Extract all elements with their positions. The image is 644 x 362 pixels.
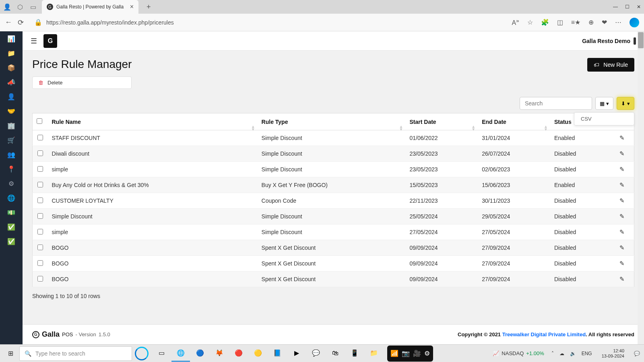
start-button[interactable]: ⊞	[2, 346, 19, 362]
app-icon[interactable]: 📱	[345, 346, 364, 362]
favorite-icon[interactable]: ☆	[527, 19, 533, 26]
row-checkbox[interactable]	[37, 197, 43, 203]
close-window-button[interactable]: ✕	[637, 4, 641, 10]
row-checkbox[interactable]	[37, 229, 43, 234]
edit-icon[interactable]: ✎	[619, 260, 625, 267]
row-checkbox[interactable]	[37, 166, 43, 172]
extensions-icon[interactable]: 🧩	[541, 19, 549, 26]
sidebar-building-icon[interactable]: 🏢	[0, 118, 23, 133]
sidebar-megaphone-icon[interactable]: 📣	[0, 75, 23, 89]
split-screen-icon[interactable]: ◫	[557, 19, 563, 26]
cell-start: 25/05/2024	[406, 209, 478, 224]
company-link[interactable]: Treewalker Digital Private Limited	[502, 331, 586, 337]
edit-icon[interactable]: ✎	[619, 166, 625, 173]
sidebar-box-icon[interactable]: 📦	[0, 60, 23, 75]
scrollbar[interactable]	[638, 31, 644, 344]
columns-toggle-button[interactable]: ▦ ▾	[595, 97, 613, 110]
edit-icon[interactable]: ✎	[619, 150, 625, 157]
edit-icon[interactable]: ✎	[619, 134, 625, 141]
onedrive-icon[interactable]: ☁	[559, 351, 564, 356]
delete-button[interactable]: 🗑 Delete	[32, 76, 132, 89]
col-start-date[interactable]: Start Date▲▼	[406, 113, 478, 130]
search-input[interactable]	[520, 97, 592, 110]
select-all-checkbox[interactable]	[37, 118, 42, 124]
sidebar-dashboard-icon[interactable]: 📊	[0, 31, 23, 46]
cortana-icon[interactable]	[132, 345, 151, 362]
app-logo-icon[interactable]: G	[43, 34, 57, 48]
edit-icon[interactable]: ✎	[619, 228, 625, 235]
stock-widget[interactable]: 📈 NASDAQ +1.00%	[493, 350, 544, 356]
sidebar-payment-icon[interactable]: 💵	[0, 205, 23, 220]
collections-icon[interactable]: ⊕	[588, 19, 594, 26]
profile-icon[interactable]: 👤	[3, 3, 11, 11]
col-rule-name[interactable]: Rule Name▲▼	[48, 113, 258, 130]
export-csv-option[interactable]: CSV	[581, 116, 627, 122]
row-checkbox[interactable]	[37, 260, 43, 266]
notifications-icon[interactable]: 💬	[634, 351, 640, 356]
row-checkbox[interactable]	[37, 150, 43, 156]
skype-icon[interactable]: 💬	[307, 346, 325, 362]
browser-tools-icon[interactable]: ❤	[602, 19, 607, 26]
back-button[interactable]: ←	[5, 18, 12, 27]
more-icon[interactable]: ⋯	[615, 19, 621, 26]
table-row: BOGOSpent X Get Discount09/09/202427/09/…	[33, 256, 634, 272]
new-tab-button[interactable]: +	[143, 3, 154, 11]
scrollbar-thumb[interactable]	[638, 32, 644, 48]
cell-name: BOGO	[48, 256, 258, 272]
url-input[interactable]: 🔒 https://resto.galla.app/myresto/index.…	[29, 16, 506, 29]
sidebar-globe-icon[interactable]: 🌐	[0, 191, 23, 205]
row-checkbox[interactable]	[37, 182, 43, 187]
user-menu[interactable]: Galla Resto Demo	[582, 37, 636, 45]
edit-icon[interactable]: ✎	[619, 181, 625, 188]
cell-type: Spent X Get Discount	[258, 256, 406, 272]
minimize-button[interactable]: —	[613, 4, 618, 10]
sidebar-location-icon[interactable]: 📍	[0, 162, 23, 176]
sidebar-check-icon[interactable]: ✅	[0, 220, 23, 234]
row-checkbox[interactable]	[37, 245, 43, 250]
edit-icon[interactable]: ✎	[619, 213, 625, 220]
maximize-button[interactable]: ☐	[625, 4, 630, 10]
new-rule-button[interactable]: 🏷 New Rule	[587, 58, 634, 72]
sidebar-people-icon[interactable]: 👥	[0, 147, 23, 162]
sidebar-handshake-icon[interactable]: 🤝	[0, 104, 23, 118]
read-aloud-icon[interactable]: A»	[512, 18, 519, 27]
col-end-date[interactable]: End Date▲▼	[478, 113, 550, 130]
edit-icon[interactable]: ✎	[619, 197, 625, 204]
edit-icon[interactable]: ✎	[619, 244, 625, 251]
row-checkbox[interactable]	[37, 276, 43, 282]
sidebar-folder-icon[interactable]: 📁	[0, 46, 23, 60]
language-indicator[interactable]: ENG	[582, 351, 592, 356]
sidebar-user-icon[interactable]: 👤	[0, 89, 23, 104]
sidebar-basket-icon[interactable]: 🛒	[0, 133, 23, 147]
volume-icon[interactable]: 🔉	[570, 351, 576, 356]
sidebar-settings-icon[interactable]: ⚙	[0, 176, 23, 191]
favorites-bar-icon[interactable]: ≡★	[571, 19, 580, 26]
tab-actions-icon[interactable]: ▭	[29, 3, 37, 11]
tray-pill[interactable]: 📶 📷 🎥 ⚙	[387, 346, 433, 362]
taskbar-search[interactable]: 🔍 Type here to search	[19, 346, 132, 361]
facebook-icon[interactable]: 📘	[268, 346, 287, 362]
chrome-icon[interactable]: 🟡	[249, 346, 267, 362]
youtube-icon[interactable]: ▶	[287, 346, 306, 362]
workspaces-icon[interactable]: ⬡	[16, 3, 24, 11]
tab-close-icon[interactable]: ×	[130, 3, 134, 10]
browser-tab[interactable]: G Galla Resto | Powered by Galla ×	[42, 0, 138, 14]
taskbar-clock[interactable]: 12:40 13-09-2024	[602, 348, 624, 359]
firefox-icon[interactable]: 🦊	[210, 346, 229, 362]
record-icon[interactable]: 🔴	[229, 346, 248, 362]
refresh-button[interactable]: ⟳	[18, 18, 24, 27]
tray-chevron-icon[interactable]: ˄	[551, 351, 554, 356]
copilot-icon[interactable]	[630, 18, 639, 27]
edge-icon[interactable]: 🌐	[171, 346, 190, 362]
task-view-icon[interactable]: ▭	[152, 346, 171, 362]
sidebar-check2-icon[interactable]: ✅	[0, 234, 23, 249]
row-checkbox[interactable]	[37, 135, 43, 140]
row-checkbox[interactable]	[37, 213, 43, 219]
col-rule-type[interactable]: Rule Type▲▼	[258, 113, 406, 130]
menu-toggle-icon[interactable]: ☰	[31, 37, 37, 45]
store-icon[interactable]: 🛍	[326, 346, 345, 362]
edit-icon[interactable]: ✎	[619, 276, 625, 282]
explorer-icon[interactable]: 📁	[365, 346, 383, 362]
export-button[interactable]: ⬇ ▾	[617, 97, 634, 110]
copilot-taskbar-icon[interactable]: 🔵	[191, 346, 209, 362]
